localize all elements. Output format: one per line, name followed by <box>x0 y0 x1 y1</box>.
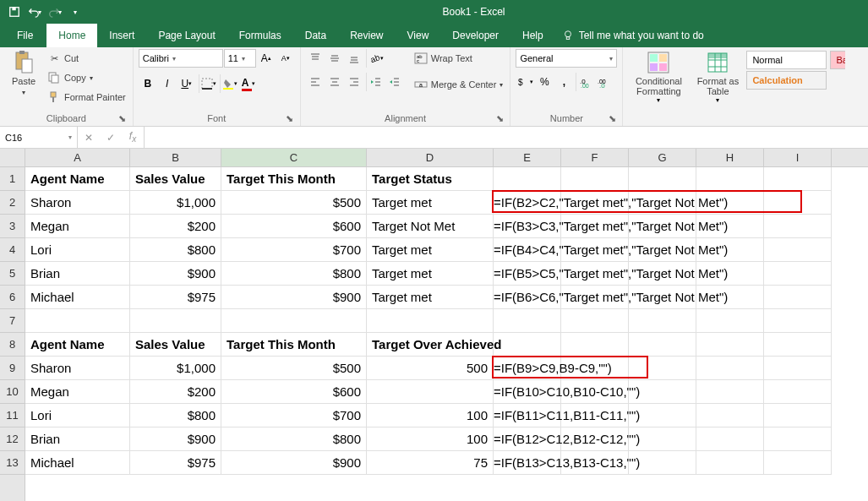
cell[interactable]: $800 <box>130 404 221 427</box>
cell[interactable]: Michael <box>25 451 130 475</box>
row-header[interactable]: 9 <box>0 357 25 380</box>
cell[interactable] <box>696 333 764 357</box>
cell[interactable]: Sharon <box>25 191 130 215</box>
increase-decimal-button[interactable]: .0.00 <box>576 73 594 91</box>
qat-customize-button[interactable]: ▾ <box>66 3 85 21</box>
cell[interactable] <box>696 451 764 475</box>
bold-button[interactable]: B <box>139 74 157 93</box>
row-header[interactable]: 2 <box>0 191 25 215</box>
col-header[interactable]: C <box>221 149 367 166</box>
cell[interactable]: Michael <box>25 286 130 309</box>
worksheet-grid[interactable]: 1 2 3 4 5 6 7 8 9 10 11 12 13 A B C D E … <box>0 149 868 501</box>
row-header[interactable]: 12 <box>0 427 25 451</box>
align-bottom-button[interactable] <box>345 49 363 68</box>
cell[interactable]: =IF(B12>C12,B12-C12,"") <box>494 427 561 451</box>
cell[interactable]: =IF(B3>C3,"Target met","Target Not Met") <box>494 215 561 238</box>
cell[interactable]: 100 <box>367 404 494 427</box>
cell[interactable] <box>561 333 629 357</box>
cell[interactable] <box>764 286 832 309</box>
style-normal[interactable]: Normal <box>746 51 827 69</box>
cut-button[interactable]: ✂Cut <box>46 49 128 68</box>
cell[interactable] <box>130 309 221 333</box>
percent-format-button[interactable]: % <box>535 73 554 91</box>
cell[interactable]: Sales Value <box>130 167 221 191</box>
cell[interactable] <box>696 357 764 380</box>
cell[interactable] <box>764 262 832 286</box>
merge-center-button[interactable]: aMerge & Center ▾ <box>412 75 505 94</box>
font-launcher[interactable]: ⬊ <box>285 113 295 123</box>
cell[interactable] <box>764 427 832 451</box>
cell[interactable]: Target Over Achieved <box>367 333 494 357</box>
cell[interactable] <box>764 333 832 357</box>
copy-button[interactable]: Copy ▾ <box>46 68 128 87</box>
border-button[interactable]: ▾ <box>199 74 217 93</box>
cell[interactable] <box>764 451 832 475</box>
cell[interactable]: Lori <box>25 238 130 262</box>
cell[interactable]: Lori <box>25 404 130 427</box>
cell[interactable]: =IF(B2>C2,"Target met","Target Not Met") <box>494 191 561 215</box>
row-header[interactable]: 4 <box>0 238 25 262</box>
cell[interactable] <box>367 380 494 404</box>
insert-function-button[interactable]: fx <box>122 127 144 148</box>
col-header[interactable]: A <box>25 149 130 166</box>
cell[interactable]: Sales Value <box>130 333 221 357</box>
cell[interactable]: =IF(B10>C10,B10-C10,"") <box>494 380 561 404</box>
cell[interactable] <box>629 333 696 357</box>
cell[interactable]: Sharon <box>25 357 130 380</box>
cell[interactable]: $900 <box>221 286 367 309</box>
cell[interactable]: Brian <box>25 427 130 451</box>
cell[interactable]: Target This Month <box>221 167 367 191</box>
row-header[interactable]: 1 <box>0 167 25 191</box>
col-header[interactable]: B <box>130 149 221 166</box>
cell[interactable] <box>367 309 494 333</box>
cell[interactable]: 75 <box>367 451 494 475</box>
conditional-formatting-button[interactable]: Conditional Formatting▾ <box>628 49 689 104</box>
select-all-corner[interactable] <box>0 149 25 167</box>
decrease-font-button[interactable]: A▾ <box>276 49 295 68</box>
cell[interactable]: Agent Name <box>25 167 130 191</box>
align-right-button[interactable] <box>345 73 363 91</box>
italic-button[interactable]: I <box>158 74 177 93</box>
row-header[interactable]: 7 <box>0 309 25 333</box>
cell[interactable]: =IF(B5>C5,"Target met","Target Not Met") <box>494 262 561 286</box>
clipboard-launcher[interactable]: ⬊ <box>117 113 128 123</box>
undo-button[interactable]: ▾ <box>25 3 44 21</box>
number-launcher[interactable]: ⬊ <box>607 113 617 123</box>
col-header[interactable]: F <box>561 149 629 166</box>
tell-me-search[interactable]: Tell me what you want to do <box>555 24 704 47</box>
tab-review[interactable]: Review <box>338 24 395 47</box>
cell[interactable] <box>764 309 832 333</box>
cell[interactable] <box>561 167 629 191</box>
cell[interactable]: Agent Name <box>25 333 130 357</box>
cell[interactable] <box>629 309 696 333</box>
row-header[interactable]: 3 <box>0 215 25 238</box>
font-name-combo[interactable]: Calibri▾ <box>139 49 223 68</box>
row-header[interactable]: 5 <box>0 262 25 286</box>
font-size-combo[interactable]: 11▾ <box>224 49 256 68</box>
cell[interactable] <box>764 404 832 427</box>
cell[interactable] <box>25 309 130 333</box>
cell[interactable] <box>494 309 561 333</box>
enter-formula-button[interactable]: ✓ <box>100 127 122 148</box>
cell[interactable]: $700 <box>221 238 367 262</box>
align-top-button[interactable] <box>306 49 325 68</box>
col-header[interactable]: G <box>629 149 696 166</box>
cell[interactable] <box>561 309 629 333</box>
name-box[interactable]: C16▾ <box>0 127 78 148</box>
cell[interactable]: $900 <box>130 262 221 286</box>
col-header[interactable]: E <box>494 149 561 166</box>
row-header[interactable]: 10 <box>0 380 25 404</box>
row-header[interactable]: 11 <box>0 404 25 427</box>
row-header[interactable]: 8 <box>0 333 25 357</box>
cell[interactable]: Target met <box>367 286 494 309</box>
format-painter-button[interactable]: Format Painter <box>46 88 128 106</box>
cell[interactable]: Target This Month <box>221 333 367 357</box>
style-calculation[interactable]: Calculation <box>746 71 827 90</box>
increase-font-button[interactable]: A▴ <box>257 49 276 68</box>
col-header[interactable]: I <box>764 149 832 166</box>
cell[interactable]: =IF(B6>C6,"Target met","Target Not Met") <box>494 286 561 309</box>
cell[interactable]: Megan <box>25 380 130 404</box>
comma-format-button[interactable]: , <box>554 73 573 91</box>
cell[interactable]: $600 <box>221 215 367 238</box>
row-header[interactable]: 13 <box>0 451 25 475</box>
